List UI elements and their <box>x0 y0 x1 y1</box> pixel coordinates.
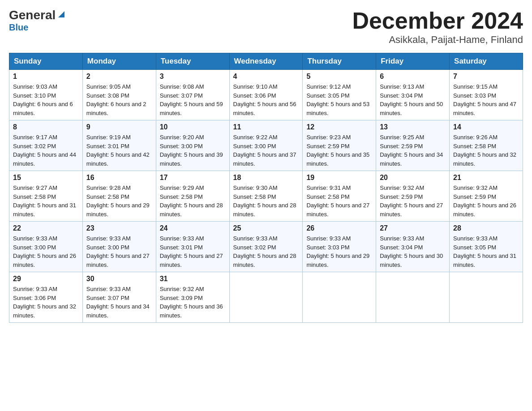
month-title: December 2024 <box>352 9 523 32</box>
day-info: Sunrise: 9:29 AMSunset: 2:58 PMDaylight:… <box>160 184 226 218</box>
day-number: 19 <box>306 174 372 182</box>
col-tuesday: Tuesday <box>156 53 229 70</box>
location-subtitle: Asikkala, Paijat-Hame, Finland <box>352 34 523 46</box>
day-number: 16 <box>86 174 152 182</box>
day-info: Sunrise: 9:25 AMSunset: 2:59 PMDaylight:… <box>380 133 446 168</box>
day-number: 31 <box>160 275 226 283</box>
table-row: 29Sunrise: 9:33 AMSunset: 3:06 PMDayligh… <box>9 272 83 323</box>
day-number: 4 <box>233 73 299 81</box>
day-info: Sunrise: 9:32 AMSunset: 3:09 PMDaylight:… <box>160 285 226 320</box>
table-row: 4Sunrise: 9:10 AMSunset: 3:06 PMDaylight… <box>229 70 303 120</box>
table-row <box>303 272 376 323</box>
day-number: 14 <box>453 123 519 131</box>
day-number: 13 <box>380 123 446 131</box>
day-number: 29 <box>13 275 79 283</box>
calendar-week-row: 1Sunrise: 9:03 AMSunset: 3:10 PMDaylight… <box>9 70 523 120</box>
day-number: 10 <box>160 123 226 131</box>
calendar-week-row: 8Sunrise: 9:17 AMSunset: 3:02 PMDaylight… <box>9 120 523 171</box>
calendar-week-row: 22Sunrise: 9:33 AMSunset: 3:00 PMDayligh… <box>9 222 523 272</box>
day-info: Sunrise: 9:30 AMSunset: 2:58 PMDaylight:… <box>233 184 299 218</box>
day-number: 25 <box>233 224 299 232</box>
day-number: 18 <box>233 174 299 182</box>
day-number: 27 <box>380 224 446 232</box>
table-row: 27Sunrise: 9:33 AMSunset: 3:04 PMDayligh… <box>376 222 450 272</box>
table-row: 13Sunrise: 9:25 AMSunset: 2:59 PMDayligh… <box>376 120 450 171</box>
day-number: 12 <box>306 123 372 131</box>
svg-marker-0 <box>58 11 64 17</box>
day-info: Sunrise: 9:31 AMSunset: 2:58 PMDaylight:… <box>306 184 372 218</box>
day-info: Sunrise: 9:08 AMSunset: 3:07 PMDaylight:… <box>160 82 226 117</box>
table-row: 1Sunrise: 9:03 AMSunset: 3:10 PMDaylight… <box>9 70 83 120</box>
day-number: 15 <box>13 174 79 182</box>
day-number: 1 <box>13 73 79 81</box>
calendar-week-row: 15Sunrise: 9:27 AMSunset: 2:58 PMDayligh… <box>9 171 523 222</box>
day-info: Sunrise: 9:33 AMSunset: 3:01 PMDaylight:… <box>160 234 226 269</box>
col-monday: Monday <box>82 53 156 70</box>
table-row: 3Sunrise: 9:08 AMSunset: 3:07 PMDaylight… <box>156 70 229 120</box>
table-row: 14Sunrise: 9:26 AMSunset: 2:58 PMDayligh… <box>450 120 523 171</box>
day-info: Sunrise: 9:05 AMSunset: 3:08 PMDaylight:… <box>86 82 152 117</box>
table-row: 22Sunrise: 9:33 AMSunset: 3:00 PMDayligh… <box>9 222 83 272</box>
logo: General Blue <box>9 9 66 33</box>
day-info: Sunrise: 9:32 AMSunset: 2:59 PMDaylight:… <box>453 184 519 218</box>
day-info: Sunrise: 9:33 AMSunset: 3:00 PMDaylight:… <box>86 234 152 269</box>
table-row: 25Sunrise: 9:33 AMSunset: 3:02 PMDayligh… <box>229 222 303 272</box>
day-number: 6 <box>380 73 446 81</box>
logo-blue: Blue <box>9 22 28 33</box>
logo-general: General <box>9 9 56 21</box>
table-row: 26Sunrise: 9:33 AMSunset: 3:03 PMDayligh… <box>303 222 376 272</box>
title-block: December 2024 Asikkala, Paijat-Hame, Fin… <box>352 9 523 46</box>
table-row: 15Sunrise: 9:27 AMSunset: 2:58 PMDayligh… <box>9 171 83 222</box>
day-info: Sunrise: 9:32 AMSunset: 2:59 PMDaylight:… <box>380 184 446 218</box>
day-number: 9 <box>86 123 152 131</box>
table-row: 2Sunrise: 9:05 AMSunset: 3:08 PMDaylight… <box>82 70 156 120</box>
table-row: 10Sunrise: 9:20 AMSunset: 3:00 PMDayligh… <box>156 120 229 171</box>
day-info: Sunrise: 9:33 AMSunset: 3:05 PMDaylight:… <box>453 234 519 269</box>
day-info: Sunrise: 9:13 AMSunset: 3:04 PMDaylight:… <box>380 82 446 117</box>
day-number: 23 <box>86 224 152 232</box>
col-friday: Friday <box>376 53 450 70</box>
day-number: 20 <box>380 174 446 182</box>
table-row: 9Sunrise: 9:19 AMSunset: 3:01 PMDaylight… <box>82 120 156 171</box>
day-number: 11 <box>233 123 299 131</box>
table-row: 11Sunrise: 9:22 AMSunset: 3:00 PMDayligh… <box>229 120 303 171</box>
table-row <box>376 272 450 323</box>
table-row: 19Sunrise: 9:31 AMSunset: 2:58 PMDayligh… <box>303 171 376 222</box>
table-row: 24Sunrise: 9:33 AMSunset: 3:01 PMDayligh… <box>156 222 229 272</box>
day-info: Sunrise: 9:19 AMSunset: 3:01 PMDaylight:… <box>86 133 152 168</box>
col-thursday: Thursday <box>303 53 376 70</box>
day-number: 24 <box>160 224 226 232</box>
table-row <box>229 272 303 323</box>
day-info: Sunrise: 9:33 AMSunset: 3:06 PMDaylight:… <box>13 285 79 320</box>
day-info: Sunrise: 9:33 AMSunset: 3:00 PMDaylight:… <box>13 234 79 269</box>
table-row: 28Sunrise: 9:33 AMSunset: 3:05 PMDayligh… <box>450 222 523 272</box>
table-row <box>450 272 523 323</box>
day-number: 22 <box>13 224 79 232</box>
day-info: Sunrise: 9:33 AMSunset: 3:04 PMDaylight:… <box>380 234 446 269</box>
day-info: Sunrise: 9:23 AMSunset: 2:59 PMDaylight:… <box>306 133 372 168</box>
table-row: 7Sunrise: 9:15 AMSunset: 3:03 PMDaylight… <box>450 70 523 120</box>
table-row: 21Sunrise: 9:32 AMSunset: 2:59 PMDayligh… <box>450 171 523 222</box>
table-row: 12Sunrise: 9:23 AMSunset: 2:59 PMDayligh… <box>303 120 376 171</box>
day-info: Sunrise: 9:15 AMSunset: 3:03 PMDaylight:… <box>453 82 519 117</box>
table-row: 8Sunrise: 9:17 AMSunset: 3:02 PMDaylight… <box>9 120 83 171</box>
day-info: Sunrise: 9:26 AMSunset: 2:58 PMDaylight:… <box>453 133 519 168</box>
day-info: Sunrise: 9:20 AMSunset: 3:00 PMDaylight:… <box>160 133 226 168</box>
table-row: 20Sunrise: 9:32 AMSunset: 2:59 PMDayligh… <box>376 171 450 222</box>
day-info: Sunrise: 9:33 AMSunset: 3:03 PMDaylight:… <box>306 234 372 269</box>
day-number: 7 <box>453 73 519 81</box>
calendar-table: Sunday Monday Tuesday Wednesday Thursday… <box>9 53 523 323</box>
logo-triangle-icon <box>56 9 66 19</box>
day-info: Sunrise: 9:12 AMSunset: 3:05 PMDaylight:… <box>306 82 372 117</box>
table-row: 23Sunrise: 9:33 AMSunset: 3:00 PMDayligh… <box>82 222 156 272</box>
day-number: 2 <box>86 73 152 81</box>
day-number: 8 <box>13 123 79 131</box>
table-row: 30Sunrise: 9:33 AMSunset: 3:07 PMDayligh… <box>82 272 156 323</box>
page-header: General Blue December 2024 Asikkala, Pai… <box>9 9 523 46</box>
day-info: Sunrise: 9:10 AMSunset: 3:06 PMDaylight:… <box>233 82 299 117</box>
day-number: 3 <box>160 73 226 81</box>
day-info: Sunrise: 9:17 AMSunset: 3:02 PMDaylight:… <box>13 133 79 168</box>
day-number: 21 <box>453 174 519 182</box>
day-info: Sunrise: 9:33 AMSunset: 3:02 PMDaylight:… <box>233 234 299 269</box>
calendar-header-row: Sunday Monday Tuesday Wednesday Thursday… <box>9 53 523 70</box>
